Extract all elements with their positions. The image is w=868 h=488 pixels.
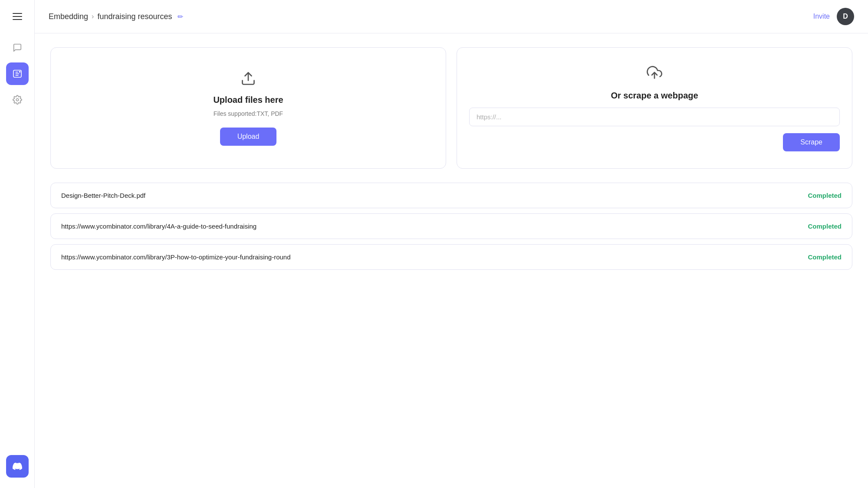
header: Embedding › fundraising resources ✏ Invi…: [35, 0, 868, 33]
file-name: https://www.ycombinator.com/library/4A-a…: [61, 223, 256, 230]
file-item: https://www.ycombinator.com/library/4A-a…: [50, 213, 852, 239]
breadcrumb-parent: Embedding: [49, 12, 88, 21]
sidebar-item-settings[interactable]: [6, 88, 29, 111]
invite-button[interactable]: Invite: [813, 13, 830, 20]
upload-card-title: Upload files here: [213, 95, 283, 105]
scrape-card: Or scrape a webpage Scrape: [457, 47, 852, 169]
file-name: Design-Better-Pitch-Deck.pdf: [61, 192, 145, 199]
upload-icon: [240, 71, 256, 88]
file-status: Completed: [808, 223, 842, 230]
file-item: Design-Better-Pitch-Deck.pdf Completed: [50, 183, 852, 208]
sidebar-item-embed[interactable]: [6, 62, 29, 85]
menu-button[interactable]: [8, 7, 27, 26]
url-input[interactable]: [469, 108, 840, 126]
edit-icon[interactable]: ✏: [178, 13, 183, 21]
main-content: Embedding › fundraising resources ✏ Invi…: [35, 0, 868, 488]
sidebar-item-chat[interactable]: [6, 36, 29, 59]
upload-button[interactable]: Upload: [220, 128, 277, 146]
file-status: Completed: [808, 192, 842, 199]
breadcrumb-current: fundraising resources: [97, 12, 172, 21]
content-area: Upload files here Files supported:TXT, P…: [35, 33, 868, 488]
svg-point-1: [19, 71, 20, 73]
svg-point-2: [16, 98, 19, 101]
file-list: Design-Better-Pitch-Deck.pdf Completed h…: [50, 183, 852, 275]
file-name: https://www.ycombinator.com/library/3P-h…: [61, 253, 291, 261]
scrape-icon: [647, 65, 662, 82]
header-right: Invite D: [813, 8, 854, 25]
sidebar: [0, 0, 35, 488]
upload-card: Upload files here Files supported:TXT, P…: [50, 47, 446, 169]
avatar[interactable]: D: [837, 8, 854, 25]
breadcrumb: Embedding › fundraising resources ✏: [49, 12, 183, 21]
scrape-card-title: Or scrape a webpage: [611, 91, 698, 101]
discord-button[interactable]: [6, 455, 29, 478]
cards-row: Upload files here Files supported:TXT, P…: [50, 47, 852, 169]
file-item: https://www.ycombinator.com/library/3P-h…: [50, 244, 852, 270]
breadcrumb-separator: ›: [92, 13, 94, 20]
file-status: Completed: [808, 253, 842, 261]
upload-card-subtitle: Files supported:TXT, PDF: [214, 110, 283, 117]
scrape-button[interactable]: Scrape: [783, 133, 840, 151]
